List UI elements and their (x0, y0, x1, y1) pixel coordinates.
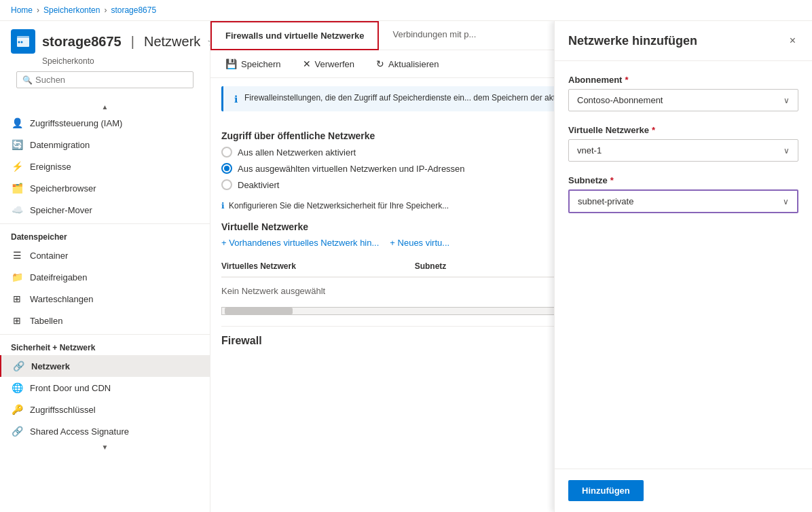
sidebar-item-datenmigration[interactable]: 🔄 Datenmigration (0, 134, 210, 156)
hinzufuegen-button[interactable]: Hinzufügen (568, 480, 644, 501)
speicherbrowser-icon: 🗂️ (11, 182, 23, 194)
breadcrumb-home[interactable]: Home (11, 5, 33, 15)
sidebar-nav: ▲ 👤 Zugriffssteuerung (IAM) 🔄 Datenmigra… (0, 99, 210, 512)
panel-close-button[interactable]: × (787, 32, 798, 50)
content-area: Firewalls und virtuelle Netzwerke Verbin… (210, 21, 812, 512)
warteschlangen-icon: ⊞ (11, 293, 23, 305)
search-box: 🔍 (16, 71, 193, 88)
add-existing-vnet-button[interactable]: + Vorhandenes virtuelles Netzwerk hin... (221, 238, 379, 248)
tab-firewalls[interactable]: Firewalls und virtuelle Netzwerke (210, 21, 379, 50)
sidebar-item-container[interactable]: ☰ Container (0, 244, 210, 266)
save-button[interactable]: 💾 Speichern (221, 56, 285, 72)
discard-icon: ✕ (303, 58, 311, 69)
sidebar-item-dateifreigaben[interactable]: 📁 Dateifreigaben (0, 266, 210, 288)
scroll-thumb (225, 308, 293, 314)
sidebar-header: storage8675 | Netzwerk ☆ ··· Speicherkon… (0, 21, 210, 99)
resource-name: storage8675 (42, 34, 122, 50)
container-icon: ☰ (11, 249, 23, 261)
subnetz-chevron-icon: ∨ (783, 197, 789, 206)
resource-icon (11, 29, 35, 54)
vnet-select[interactable]: vnet-1 ∨ (568, 139, 798, 162)
ereignisse-icon: ⚡ (11, 160, 23, 172)
zugriff-icon: 👤 (11, 117, 23, 129)
breadcrumb-storage[interactable]: storage8675 (111, 5, 156, 15)
sas-icon: 🔗 (11, 425, 23, 437)
sidebar-item-zugriffsschluessel[interactable]: 🔑 Zugriffsschlüssel (0, 399, 210, 420)
vnet-label: Virtuelle Netzwerke * (568, 125, 798, 135)
datenmigration-icon: 🔄 (11, 139, 23, 151)
svg-point-3 (21, 41, 23, 43)
discard-button[interactable]: ✕ Verwerfen (299, 56, 359, 72)
subnetz-select[interactable]: subnet-private ∨ (568, 189, 798, 213)
section-datenspeicher: Datenspeicher (0, 223, 210, 244)
dateifreigaben-icon: 📁 (11, 271, 23, 283)
scroll-down-indicator: ▼ (0, 442, 210, 452)
sidebar-item-speicherbrowser[interactable]: 🗂️ Speicherbrowser (0, 177, 210, 199)
radio-circle-all (221, 147, 232, 158)
info-icon: ℹ (234, 94, 238, 105)
add-new-vnet-button[interactable]: + Neues virtu... (390, 238, 449, 248)
vnet-required: * (652, 125, 655, 135)
subnetz-label: Subnetze * (568, 175, 798, 185)
panel-title: Netzwerke hinzufügen (568, 34, 697, 48)
col-vnet: Virtuelles Netzwerk (221, 261, 415, 271)
search-input[interactable] (35, 75, 187, 85)
breadcrumb-speicherkonten[interactable]: Speicherkonten (43, 5, 100, 15)
resource-section: Netzwerk (144, 34, 200, 50)
vnet-group: Virtuelle Netzwerke * vnet-1 ∨ (568, 125, 798, 162)
panel-content: Abonnement * Contoso-Abonnement ∨ Virtue… (555, 61, 812, 469)
zugriffsschluessel-icon: 🔑 (11, 403, 23, 416)
abonnement-select[interactable]: Contoso-Abonnement ∨ (568, 89, 798, 111)
save-icon: 💾 (225, 58, 237, 69)
speicher-mover-icon: ☁️ (11, 204, 23, 216)
breadcrumb: Home › Speicherkonten › storage8675 (0, 0, 812, 21)
radio-circle-disabled (221, 179, 232, 190)
sidebar: storage8675 | Netzwerk ☆ ··· Speicherkon… (0, 21, 210, 512)
sidebar-item-frontdoor[interactable]: 🌐 Front Door und CDN (0, 377, 210, 399)
subnetz-required: * (610, 175, 614, 185)
resource-title-row: storage8675 | Netzwerk ☆ ··· (11, 29, 199, 54)
abonnement-required: * (625, 75, 628, 85)
panel-header: Netzwerke hinzufügen × (555, 21, 812, 61)
resource-type: Speicherkonto (11, 56, 199, 66)
konfigurieren-info-icon: ℹ (221, 201, 225, 211)
netzwerk-icon: 🔗 (12, 360, 24, 372)
panel-footer: Hinzufügen (555, 469, 812, 512)
sidebar-item-netzwerk[interactable]: 🔗 Netzwerk (0, 355, 210, 377)
refresh-icon: ↻ (376, 58, 384, 69)
sidebar-item-speicher-mover[interactable]: ☁️ Speicher-Mover (0, 199, 210, 221)
section-sicherheit: Sicherheit + Netzwerk (0, 334, 210, 355)
sidebar-item-tabellen[interactable]: ⊞ Tabellen (0, 310, 210, 331)
vnet-chevron-icon: ∨ (783, 146, 790, 156)
svg-point-2 (18, 41, 20, 43)
sidebar-item-ereignisse[interactable]: ⚡ Ereignisse (0, 156, 210, 177)
sidebar-item-sas[interactable]: 🔗 Shared Access Signature (0, 420, 210, 442)
subnetz-group: Subnetze * subnet-private ∨ (568, 175, 798, 213)
tabellen-icon: ⊞ (11, 314, 23, 327)
sidebar-item-zugriff[interactable]: 👤 Zugriffssteuerung (IAM) (0, 112, 210, 134)
radio-circle-selected (221, 163, 232, 174)
frontdoor-icon: 🌐 (11, 382, 23, 394)
abonnement-label: Abonnement * (568, 75, 798, 85)
panel-overlay: Netzwerke hinzufügen × Abonnement * Cont… (554, 21, 812, 512)
svg-rect-1 (17, 36, 29, 39)
abonnement-group: Abonnement * Contoso-Abonnement ∨ (568, 75, 798, 111)
abonnement-chevron-icon: ∨ (783, 96, 790, 105)
sidebar-item-warteschlangen[interactable]: ⊞ Warteschlangen (0, 288, 210, 310)
scroll-up-indicator: ▲ (0, 102, 210, 112)
search-icon: 🔍 (22, 75, 33, 85)
refresh-button[interactable]: ↻ Aktualisieren (372, 56, 443, 72)
tab-verbindungen[interactable]: Verbindungen mit p... (379, 21, 490, 50)
